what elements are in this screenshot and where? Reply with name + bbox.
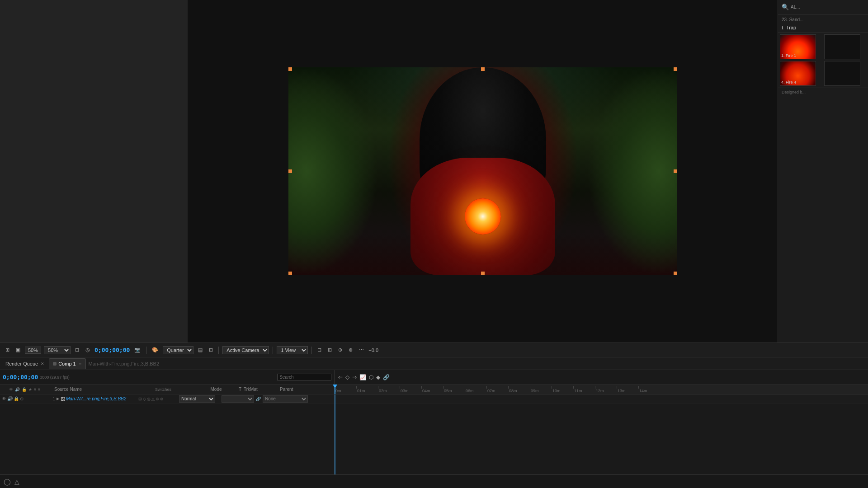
comp1-menu-icon[interactable]: ≡ bbox=[79, 361, 82, 366]
layer-mode-dropdown[interactable]: Normal Multiply Screen bbox=[179, 395, 215, 403]
preset-thumb-4[interactable]: 4. Fire 4 bbox=[780, 61, 816, 86]
layer-search-input[interactable] bbox=[277, 374, 331, 380]
view-count-dropdown[interactable]: 1 View 2 Views bbox=[277, 346, 308, 354]
viewer-tool-btn-6[interactable]: ▤ bbox=[196, 346, 204, 354]
trap-item[interactable]: ℹ Trap bbox=[778, 23, 868, 33]
track-lane-1 bbox=[335, 394, 868, 404]
trap-label: Trap bbox=[786, 25, 796, 30]
viewer-tool-btn-4[interactable]: ◷ bbox=[84, 346, 92, 354]
parent-link-icon: 🔗 bbox=[256, 397, 261, 401]
switch-icon-1[interactable]: ⊞ bbox=[138, 397, 142, 401]
col-trkmat-header: TrkMat bbox=[244, 387, 280, 392]
tl-btn-link[interactable]: 🔗 bbox=[383, 374, 390, 380]
quality-dropdown[interactable]: Quarter Half Full bbox=[163, 346, 193, 354]
handle-edge-bottom[interactable] bbox=[481, 272, 485, 275]
tl-btn-shapes[interactable]: ⬡ bbox=[369, 374, 373, 380]
tl-btn-navigate-r[interactable]: ⇒ bbox=[352, 374, 357, 380]
ruler-mark: 0m bbox=[335, 386, 356, 393]
viewer-tool-btn-11[interactable]: ⊛ bbox=[347, 346, 354, 354]
green-bg-left bbox=[288, 67, 379, 275]
ruler-mark: 12m bbox=[595, 386, 617, 393]
timeline-content: 0;00;00;00 3000 (29.97 fps) 👁 🔊 🔒 ★ # # … bbox=[0, 370, 868, 474]
viewer-tool-btn-5[interactable]: 📷 bbox=[132, 346, 142, 354]
separator-2 bbox=[218, 347, 219, 354]
viewer-tool-btn-3[interactable]: ⊡ bbox=[73, 346, 81, 354]
ruler-mark: 09m bbox=[530, 386, 552, 393]
layer-audio-icon[interactable]: 🔊 bbox=[7, 396, 13, 401]
layer-trkmat-dropdown[interactable]: None bbox=[222, 395, 254, 403]
preset-thumb-1[interactable]: 1. Fire 1 bbox=[780, 34, 816, 59]
table-row: 👁 🔊 🔒 ⊙ 1 ▶ 🖼 Man-Wit...re.png,Fire,3,B,… bbox=[0, 394, 334, 404]
comp-dot bbox=[53, 362, 57, 366]
layer-eye-icon[interactable]: 👁 bbox=[2, 396, 6, 401]
layer-name[interactable]: Man-Wit...re.png,Fire,3,B,BB2 bbox=[66, 396, 138, 401]
tl-btn-navigate[interactable]: ⇐ bbox=[338, 374, 343, 380]
switch-icon-4[interactable]: △ bbox=[151, 397, 155, 401]
handle-edge-left[interactable] bbox=[288, 169, 292, 173]
separator-4 bbox=[311, 347, 312, 354]
right-panel-all-label: AL... bbox=[791, 5, 800, 9]
handle-corner-bl[interactable] bbox=[288, 272, 292, 275]
viewer-tool-btn-7[interactable]: ⊞ bbox=[207, 346, 215, 354]
handle-corner-tr[interactable] bbox=[674, 67, 677, 71]
layer-parent-dropdown[interactable]: None bbox=[263, 395, 308, 403]
tab-render-queue-close[interactable]: ✕ bbox=[41, 361, 44, 366]
plus-zero-label: +0.0 bbox=[368, 347, 378, 353]
preset-thumb-2[interactable] bbox=[824, 34, 860, 59]
viewer-tool-btn-8[interactable]: ⊟ bbox=[316, 346, 323, 354]
tl-btn-keyframe[interactable]: ◇ bbox=[345, 374, 349, 380]
zoom-level: 50% bbox=[25, 347, 41, 354]
viewer-tool-btn-12[interactable]: ⋯ bbox=[357, 346, 366, 354]
handle-corner-br[interactable] bbox=[674, 272, 677, 275]
viewer-tool-btn-10[interactable]: ⊕ bbox=[336, 346, 344, 354]
playhead[interactable] bbox=[335, 385, 335, 394]
ruler-mark: 06m bbox=[465, 386, 486, 393]
timeline-track-area: ⇐ ◇ ⇒ 📈 ⬡ ◆ 🔗 0m01m02m03m04m05m06m07m08m… bbox=[335, 370, 868, 474]
viewer-tool-btn-color[interactable]: 🎨 bbox=[150, 346, 160, 354]
timeline-area: Render Queue ✕ Comp 1 ≡ Man-With-Fire.pn… bbox=[0, 357, 868, 488]
viewer-tool-btn-1[interactable]: ⊞ bbox=[4, 346, 11, 354]
right-panel-search-icon[interactable]: 🔍 bbox=[782, 4, 789, 10]
solo-col-icon: ★ bbox=[28, 387, 32, 392]
tab-bar: Render Queue ✕ Comp 1 ≡ Man-With-Fire.pn… bbox=[0, 357, 868, 370]
tab-render-queue[interactable]: Render Queue ✕ bbox=[2, 358, 48, 369]
ruler-mark: 13m bbox=[617, 386, 638, 393]
switch-icon-2[interactable]: ◇ bbox=[143, 397, 146, 401]
bottom-icon-1[interactable]: ◯ bbox=[4, 478, 11, 485]
track-content-area bbox=[335, 394, 868, 474]
visibility-icons-header: 👁 🔊 🔒 ★ # # bbox=[9, 387, 45, 392]
handle-edge-top[interactable] bbox=[481, 67, 485, 71]
layer-expand-btn[interactable]: ▶ bbox=[57, 397, 59, 401]
handle-edge-right[interactable] bbox=[674, 169, 677, 173]
ruler-marks: 0m01m02m03m04m05m06m07m08m09m10m11m12m13… bbox=[335, 386, 660, 394]
col-source-name-header: Source Name bbox=[45, 387, 155, 392]
preset-thumb-3[interactable] bbox=[824, 61, 860, 86]
layer-list-empty bbox=[0, 404, 334, 474]
tl-btn-marker[interactable]: ◆ bbox=[376, 374, 380, 380]
ruler-mark: 01m bbox=[356, 386, 378, 393]
handle-corner-tl[interactable] bbox=[288, 67, 292, 71]
switch-icon-6[interactable]: ⊗ bbox=[160, 397, 164, 401]
ruler-mark: 08m bbox=[508, 386, 530, 393]
preset-4-label: 4. Fire 4 bbox=[781, 80, 796, 84]
eye-col-icon: 👁 bbox=[9, 387, 13, 392]
bottom-icon-2[interactable]: △ bbox=[14, 478, 19, 485]
ruler-mark: 04m bbox=[421, 386, 443, 393]
switch-icon-5[interactable]: ⊕ bbox=[156, 397, 159, 401]
zoom-dropdown[interactable]: 50% 100% 25% bbox=[44, 346, 71, 354]
right-panel: 🔍 AL... 23. Sand... ℹ Trap 1. Fire 1 4. … bbox=[778, 0, 868, 343]
layer-lock-icon[interactable]: 🔒 bbox=[14, 396, 19, 401]
timeline-ruler[interactable]: 0m01m02m03m04m05m06m07m08m09m10m11m12m13… bbox=[335, 385, 868, 394]
audio-col-icon: 🔊 bbox=[15, 387, 20, 392]
viewer-tool-btn-9[interactable]: ⊞ bbox=[326, 346, 334, 354]
layer-visibility-controls: 👁 🔊 🔒 ⊙ bbox=[2, 396, 47, 401]
layer-solo-icon[interactable]: ⊙ bbox=[20, 396, 24, 401]
camera-dropdown[interactable]: Active Camera bbox=[222, 346, 269, 354]
switches-label: Switches bbox=[155, 387, 171, 392]
separator-1 bbox=[146, 347, 146, 354]
switch-icon-3[interactable]: ◎ bbox=[147, 397, 151, 401]
tab-comp1[interactable]: Comp 1 ≡ bbox=[49, 358, 85, 369]
ruler-mark: 05m bbox=[443, 386, 465, 393]
viewer-tool-btn-2[interactable]: ▣ bbox=[14, 346, 22, 354]
tl-btn-graph[interactable]: 📈 bbox=[359, 374, 366, 380]
